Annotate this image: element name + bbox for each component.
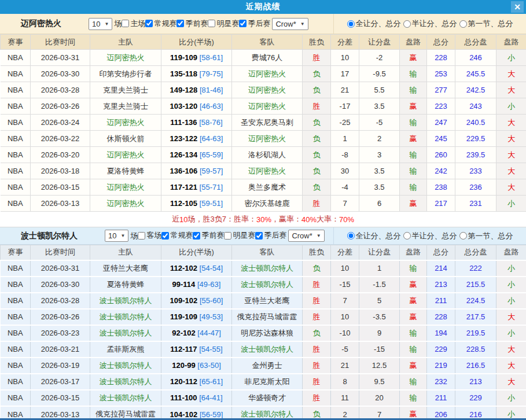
regular-season-checkbox-label[interactable]: 常规赛 [161,230,193,241]
league-cell: NBA [1,179,31,196]
date-cell: 2026-03-30 [31,277,90,293]
half-handicap-total-radio-label[interactable]: 半让分、总分 [403,19,457,29]
score-half-cell: 126-134 [65-59] [161,147,232,163]
playoffs-checkbox-label[interactable]: 季后赛 [239,19,270,29]
first-quarter-total-radio[interactable] [459,20,467,28]
total-line-cell: 243 [455,98,496,115]
total-line-cell: 242.5 [455,82,496,98]
odds-source-select[interactable]: Crow*▼ [288,230,324,242]
allstar-checkbox[interactable] [224,232,231,240]
win-loss-cell: 负 [303,163,331,179]
handicap-result-cell: 赢 [400,131,427,147]
home-team-cell: 休斯顿火箭 [90,131,161,147]
over-under-cell: 小 [496,98,526,115]
preseason-checkbox-label[interactable]: 季前赛 [176,19,208,29]
over-under-cell: 大 [496,147,526,163]
first-quarter-total-radio[interactable] [459,232,467,240]
game-row: NBA2026-03-22休斯顿火箭123-122 [64-63]迈阿密热火负1… [1,131,526,147]
home-team-cell: 迈阿密热火 [90,179,161,196]
point-diff-cell: 8 [331,374,359,390]
win-loss-cell: 胜 [303,196,331,212]
column-header-total-line: 总分盘 [455,35,496,50]
total-points-cell: 247 [427,115,455,131]
half-handicap-total-radio[interactable] [403,232,411,240]
win-loss-cell: 胜 [303,341,331,358]
regular-season-checkbox[interactable] [145,20,153,27]
full-handicap-total-radio-label[interactable]: 全让分、总分 [347,19,401,29]
date-cell: 2026-03-18 [31,163,90,179]
half-handicap-total-radio-label[interactable]: 半让分、总分 [403,231,457,241]
date-cell: 2026-03-24 [31,115,90,131]
away-team-cell: 波士顿凯尔特人 [232,341,303,358]
league-cell: NBA [1,390,31,406]
away-venue-checkbox[interactable] [138,232,145,240]
regular-season-checkbox-label[interactable]: 常规赛 [145,19,176,29]
total-line-cell: 217.5 [455,309,496,325]
allstar-checkbox-label[interactable]: 明星赛 [224,230,255,241]
full-handicap-total-radio[interactable] [347,232,355,240]
total-line-cell: 236 [455,179,496,196]
full-handicap-total-radio[interactable] [347,20,355,28]
home-team-cell: 波士顿凯尔特人 [90,309,161,325]
filter-bar: 迈阿密热火 10▼ 场 主场常规赛季前赛明星赛季后赛 Crow*▼ 全让分、总分… [0,14,526,34]
point-diff-cell: 30 [331,163,359,179]
home-venue-checkbox-label[interactable]: 主场 [122,19,145,29]
half-handicap-total-radio[interactable] [403,20,411,28]
preseason-checkbox[interactable] [193,232,200,240]
point-diff-cell: 11 [331,390,359,406]
home-team-cell: 迈阿密热火 [90,196,161,212]
total-line-cell: 215.5 [455,277,496,293]
playoffs-checkbox-label[interactable]: 季后赛 [255,230,286,241]
handicap-result-cell: 赢 [400,98,427,115]
league-cell: NBA [1,163,31,179]
first-quarter-total-radio-label[interactable]: 第一节、总分 [459,19,513,29]
handicap-result-cell: 输 [400,179,427,196]
first-quarter-total-radio-label[interactable]: 第一节、总分 [459,231,513,241]
summary-stat-value: 70% [339,215,354,224]
away-venue-checkbox-label[interactable]: 客场 [138,230,161,241]
team-name: 波士顿凯尔特人 [21,231,78,241]
team-section-celtics: 波士顿凯尔特人 10▼ 场 客场常规赛季前赛明星赛季后赛 Crow*▼ 全让分、… [0,227,526,420]
date-cell: 2026-03-22 [31,131,90,147]
date-cell: 2026-03-28 [31,82,90,98]
game-row: NBA2026-03-20迈阿密热火126-134 [65-59]洛杉矶湖人负-… [1,147,526,163]
filter-controls: 迈阿密热火 10▼ 场 主场常规赛季前赛明星赛季后赛 Crow*▼ [0,14,334,34]
allstar-checkbox-label[interactable]: 明星赛 [208,19,239,29]
playoffs-checkbox[interactable] [255,232,263,240]
league-cell: NBA [1,115,31,131]
playoffs-checkbox[interactable] [239,20,247,27]
games-count-select[interactable]: 10▼ [105,230,128,242]
summary-stat-value: 10 [179,215,187,224]
handicap-line-cell: 6 [359,196,400,212]
handicap-result-cell: 赢 [400,358,427,374]
home-venue-checkbox[interactable] [122,20,129,27]
regular-season-checkbox[interactable] [161,232,169,240]
games-count-select[interactable]: 10▼ [89,18,112,30]
close-button[interactable]: ✕ [511,1,524,13]
handicap-result-cell: 赢 [400,50,427,66]
team-section-heat: 迈阿密热火 10▼ 场 主场常规赛季前赛明星赛季后赛 Crow*▼ 全让分、总分… [0,14,526,227]
handicap-result-cell: 输 [400,163,427,179]
total-points-cell: 228 [427,50,455,66]
handicap-line-cell: 5 [359,293,400,309]
handicap-result-cell: 输 [400,325,427,341]
game-row: NBA2026-03-31亚特兰大老鹰112-102 [54-54]波士顿凯尔特… [1,260,526,277]
preseason-checkbox[interactable] [176,20,184,27]
allstar-checkbox[interactable] [208,20,215,27]
point-diff-cell: 7 [331,196,359,212]
over-under-cell: 大 [496,309,526,325]
league-cell: NBA [1,309,31,325]
away-team-cell: 亚特兰大老鹰 [232,293,303,309]
full-handicap-total-radio-label[interactable]: 全让分、总分 [347,231,401,241]
home-team-cell: 夏洛特黄蜂 [90,277,161,293]
summary-stat-value: 30% [256,215,271,224]
preseason-checkbox-label[interactable]: 季前赛 [193,230,224,241]
game-row: NBA2026-03-26克里夫兰骑士103-120 [46-63]迈阿密热火胜… [1,98,526,115]
odds-source-select[interactable]: Crow*▼ [272,18,308,30]
home-team-cell: 迈阿密热火 [90,147,161,163]
total-points-cell: 245 [427,131,455,147]
away-team-cell: 迈阿密热火 [232,131,303,147]
handicap-result-cell: 输 [400,390,427,406]
handicap-line-cell: 20 [359,390,400,406]
win-loss-cell: 胜 [303,390,331,406]
